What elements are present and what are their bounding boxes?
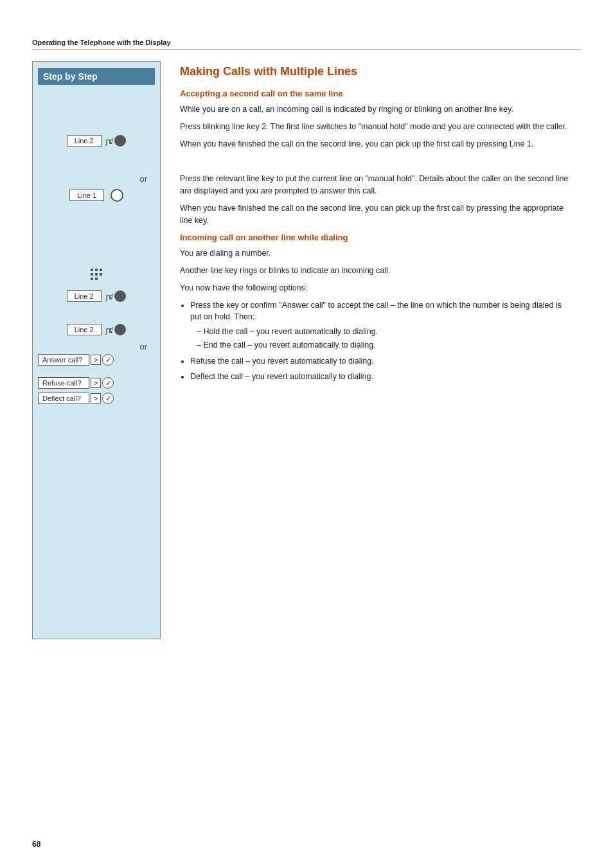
page: Operating the Telephone with the Display… [0, 0, 613, 868]
circle-btn-third [114, 324, 126, 335]
svg-rect-0 [91, 269, 93, 271]
answer-call-row: Answer call? > ✓ [38, 354, 155, 366]
sub-list-1: Hold the call – you revert automatically… [190, 326, 574, 351]
para-1-2: Press blinking line key 2. The first lin… [180, 121, 574, 133]
step-by-step-title: Step by Step [38, 68, 155, 85]
para-2-3: You now have the following options: [180, 282, 574, 294]
answer-call-arrow: > [91, 355, 101, 365]
left-panel-inner: Line 2 ɲɪ/ or Line 1 [38, 85, 155, 405]
dash-2: End the call – you revert automatically … [197, 339, 574, 351]
dash-1: Hold the call – you revert automatically… [197, 326, 574, 338]
circle-btn-line1 [111, 189, 123, 202]
line2-widget-first: Line 2 ɲɪ/ [67, 135, 127, 146]
keypad-icon [89, 267, 103, 284]
para-2-2: Another line key rings or blinks to indi… [180, 265, 574, 277]
deflect-call-row: Deflect call? > ✓ [38, 393, 155, 404]
refuse-call-row: Refuse call? > ✓ [38, 377, 155, 389]
line1-widget: Line 1 [69, 189, 123, 202]
svg-rect-3 [91, 273, 93, 276]
answer-call-label: Answer call? [38, 354, 89, 366]
svg-rect-5 [100, 273, 102, 276]
deflect-call-check: ✓ [102, 393, 114, 404]
svg-rect-7 [95, 278, 98, 280]
svg-rect-4 [95, 273, 98, 276]
wave-icon-second: ɲɪ/ [105, 292, 112, 301]
main-title: Making Calls with Multiple Lines [180, 65, 574, 78]
circle-btn-second [114, 290, 126, 302]
subsection-title-1: Accepting a second call on the same line [180, 89, 574, 98]
refuse-call-label: Refuse call? [38, 377, 89, 389]
svg-rect-6 [91, 278, 93, 280]
svg-rect-1 [95, 269, 98, 271]
content-area: Step by Step Line 2 ɲɪ/ or Line 1 [32, 61, 581, 639]
refuse-call-check: ✓ [102, 377, 114, 389]
or-label-second: or [139, 342, 147, 351]
line1-box: Line 1 [69, 190, 104, 201]
right-panel: Making Calls with Multiple Lines Accepti… [161, 61, 581, 639]
line2-box-second: Line 2 [67, 290, 102, 302]
para-1-1: While you are on a call, an incoming cal… [180, 103, 574, 116]
circle-btn-first [114, 135, 126, 146]
answer-call-check: ✓ [102, 354, 114, 366]
bullet-1-text: Press the key or confirm "Answer call" t… [190, 301, 562, 322]
page-number: 68 [32, 840, 40, 849]
left-panel: Step by Step Line 2 ɲɪ/ or Line 1 [32, 61, 161, 639]
line2-box-third: Line 2 [67, 324, 102, 335]
bullet-3: Deflect the call – you revert automatica… [190, 371, 574, 383]
options-list: Press the key or confirm "Answer call" t… [180, 299, 574, 384]
svg-rect-2 [100, 269, 102, 271]
deflect-call-arrow: > [91, 393, 101, 403]
line2-widget-second: Line 2 ɲɪ/ [67, 290, 127, 302]
subsection-title-2: Incoming call on another line while dial… [180, 233, 574, 242]
or-label-first: or [139, 174, 147, 184]
bullet-1: Press the key or confirm "Answer call" t… [190, 299, 574, 351]
bullet-2: Refuse the call – you revert automatical… [190, 355, 574, 368]
line2-widget-third: Line 2 ɲɪ/ [67, 324, 127, 335]
para-1-3: When you have finished the call on the s… [180, 138, 574, 150]
para-2-1: You are dialing a number. [180, 247, 574, 260]
wave-icon-first: ɲɪ/ [105, 136, 112, 146]
section-header: Operating the Telephone with the Display [32, 39, 581, 49]
line2-box-first: Line 2 [67, 135, 102, 146]
wave-icon-third: ɲɪ/ [105, 325, 112, 335]
refuse-call-arrow: > [91, 378, 101, 388]
line1-spacer [107, 191, 109, 200]
para-1-5: Press the relevant line key to put the c… [180, 173, 574, 197]
deflect-call-label: Deflect call? [38, 393, 89, 404]
para-1-6: When you have finished the call on the s… [180, 202, 574, 227]
